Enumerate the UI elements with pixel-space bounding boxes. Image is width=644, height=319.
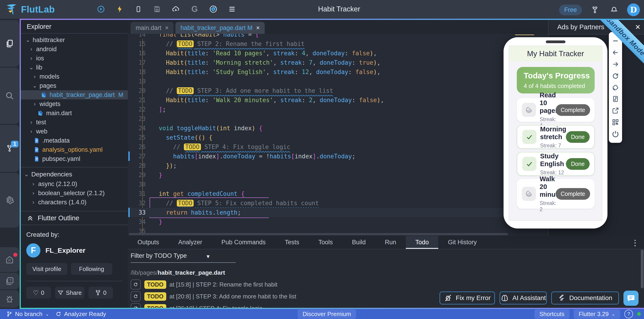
creator-avatar[interactable]: F [26,243,40,257]
bottom-tab-run[interactable]: Run [375,236,406,249]
dependency-item[interactable]: ›boolean_selector (2.1.2) [21,188,128,198]
flutter-version-select[interactable]: Flutter 3.29 ⌄ [574,309,620,319]
editor-tab-habit-tracker-page-dart[interactable]: habit_tracker_page.dart M× [176,22,265,34]
fix-my-error-button[interactable]: Fix my Error [440,291,495,304]
resize-icon[interactable] [612,95,619,103]
habit-action-button[interactable]: Done [566,131,590,143]
code-line-21[interactable]: 21 Habit(title: 'Walk 20 minutes', strea… [128,95,548,105]
git-branch-icon[interactable] [589,4,601,16]
tree-item-android[interactable]: ›android [21,45,128,54]
tree-item-test[interactable]: ›test [21,118,128,127]
bottom-tab-analyzer[interactable]: Analyzer [169,236,212,249]
code-line-19[interactable]: 19 [128,77,548,86]
code-line-29[interactable]: 29 } [128,170,548,180]
tree-item--metadata[interactable]: .metadata [21,136,128,145]
kebab-menu-icon[interactable]: ⋮ [631,238,639,247]
todo-item-3[interactable]: TODOat [26:10] | STEP 4: Fix toggle logi… [131,303,262,308]
todo-item-1[interactable]: TODOat [15:8] | STEP 2: Rename the first… [131,279,278,290]
qr-icon[interactable] [612,118,619,126]
code-editor[interactable]: 14 final List<Habit> habits = [15 // TOD… [128,20,548,236]
bottom-tab-outputs[interactable]: Outputs [128,236,169,249]
play-icon[interactable] [95,3,107,15]
tree-item-lib[interactable]: ⌄lib [21,63,128,72]
chat-button[interactable] [624,291,638,306]
bottom-tab-pub-commands[interactable]: Pub Commands [212,236,276,249]
code-line-33[interactable]: 33 return habits.length; [128,208,548,217]
editor-horizontal-scrollbar[interactable] [129,233,508,235]
code-line-24[interactable]: 24 void toggleHabit(int index) { [128,123,548,133]
close-icon[interactable]: × [635,22,640,32]
code-line-28[interactable]: 28 }); [128,161,548,170]
close-icon[interactable]: × [165,25,169,32]
analyzer-status[interactable]: Analyzer Ready [56,310,106,318]
dependency-item[interactable]: ›async (2.12.0) [21,179,128,188]
code-line-30[interactable]: 30 [128,180,548,189]
cloud-download-icon[interactable] [170,3,182,15]
tree-item-analysis-options-yaml[interactable]: analysis_options.yaml [21,145,128,154]
rail-item-home-r[interactable]: R [0,247,19,272]
share-button[interactable]: Share [55,287,84,299]
rail-item-git-branch[interactable]: 1 [0,125,19,172]
code-line-27[interactable]: 27 habits[index].doneToday = !habits[ind… [128,152,548,161]
flutlab-logo[interactable]: FlutLab [5,2,55,17]
bottom-tab-tools[interactable]: Tools [309,236,342,249]
tree-item-habit-tracker-page-dart[interactable]: habit_tracker_page.dartM [21,90,128,99]
lightning-icon[interactable] [114,3,126,15]
rail-item-debug[interactable]: ! [0,290,19,307]
dependency-item[interactable]: ›characters (1.4.0) [21,198,128,207]
tree-item-models[interactable]: ›models [21,72,128,81]
code-line-17[interactable]: 17 Habit(title: 'Morning stretch', strea… [128,58,548,67]
tree-item-habittracker[interactable]: ⌄habittracker [21,36,128,45]
rotate-icon[interactable] [612,84,619,91]
documentation-button[interactable]: Documentation [551,291,619,304]
bottom-tab-git-history[interactable]: Git History [438,236,486,249]
tree-item-ios[interactable]: ›ios [21,54,128,63]
go-refresh-icon[interactable]: G [188,3,201,15]
bottom-tab-build[interactable]: Build [342,236,375,249]
power-icon[interactable] [612,130,619,138]
code-line-25[interactable]: 25 setState(() { [128,133,548,142]
code-lines[interactable]: 14 final List<Habit> habits = [15 // TOD… [128,30,548,236]
gear-icon[interactable] [207,3,220,15]
help-icon[interactable]: ? [624,310,633,318]
open-external-icon[interactable] [612,107,619,115]
editor-tab-main-dart[interactable]: main.dart× [131,22,174,34]
rail-item-help[interactable]: ? [0,273,19,289]
tree-item-web[interactable]: ›web [21,127,128,136]
bottom-tab-tests[interactable]: Tests [275,236,309,249]
habit-action-button[interactable]: Complete [556,188,590,200]
rail-item-search[interactable] [0,68,19,124]
tree-item-widgets[interactable]: ›widgets [21,99,128,109]
goto-todo-icon[interactable] [131,291,141,301]
visit-profile-button[interactable]: Visit profile [26,263,67,275]
bottom-tab-todo[interactable]: Todo [406,236,438,249]
code-line-23[interactable]: 23 [128,114,548,123]
notifications-bell-icon[interactable] [608,4,620,16]
creator-name[interactable]: FL_Explorer [46,246,86,254]
code-line-20[interactable]: 20 // TODO STEP 3: Add one more habit to… [128,86,548,95]
branch-status[interactable]: No branch ⌄ [6,310,49,318]
code-line-15[interactable]: 15 // TODO STEP 2: Rename the first habi… [128,39,548,49]
device-icon[interactable] [132,3,144,15]
fork-button[interactable]: 0 [88,287,113,299]
habit-action-button[interactable]: Complete [556,104,590,116]
user-avatar[interactable]: D [627,4,640,16]
shortcuts-button[interactable]: Shortcuts [534,309,570,319]
todo-filter[interactable]: Filter by TODO Type ▼ [131,252,236,259]
ai-assistant-button[interactable]: AI Assistant [500,291,547,304]
code-line-18[interactable]: 18 Habit(title: 'Study English', streak:… [128,67,548,77]
like-button[interactable]: ♡ 0 [26,287,51,299]
goto-todo-icon[interactable] [131,279,141,289]
plan-badge[interactable]: Free [559,5,582,15]
tree-item-pages[interactable]: ⌄pages [21,81,128,90]
code-line-16[interactable]: 16 Habit(title: 'Read 10 pages', streak:… [128,49,548,58]
code-line-22[interactable]: 22 ]; [128,105,548,114]
rail-item-settings[interactable] [0,173,19,228]
menu-icon[interactable] [226,3,238,15]
tree-item-main-dart[interactable]: main.dart [21,109,128,118]
rail-item-files[interactable] [0,20,19,67]
code-line-34[interactable]: 34 } [128,217,548,226]
code-line-32[interactable]: 32 // TODO STEP 5: Fix completed habits … [128,198,548,208]
code-line-31[interactable]: 31 int get completedCount { [128,189,548,198]
code-line-26[interactable]: 26 // TODO STEP 4: Fix toggle logic [128,142,548,152]
